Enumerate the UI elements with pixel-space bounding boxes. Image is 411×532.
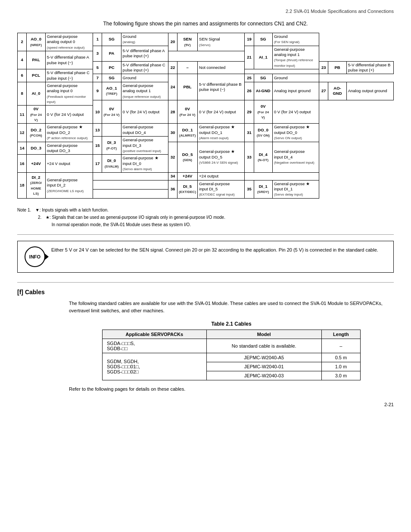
pin-2-num: 2: [18, 33, 27, 51]
pin-20-desc: SEN Signal(Servo): [198, 33, 245, 51]
pin-24-code: PBL: [177, 74, 198, 100]
pin-5-desc: 5-V differential phase C pulse input (+): [121, 61, 168, 74]
pin-32-num: 32: [168, 142, 177, 173]
pin-18-num: 18: [18, 173, 27, 198]
table-row: SGDA-□□□S,SGDB-□□ No standard cable is a…: [103, 339, 361, 353]
cables-section: [f] Cables The following standard cables…: [17, 289, 394, 393]
pin-23-code: PB: [328, 61, 346, 74]
pin-34-code: +24V: [177, 173, 198, 180]
pin-35-num: 35: [245, 180, 254, 198]
pin-8-code: AI_0: [27, 82, 46, 105]
cables-heading: [f] Cables: [17, 289, 394, 296]
pin-33-desc: General-purposeinput DI_4(Negative overt…: [272, 142, 319, 173]
pin-18-desc: General-purposeinput DI_2(ZERO/HOME LS i…: [45, 173, 93, 198]
pin-35-desc: General-purpose ★ input DI_1(Servo delay…: [272, 180, 319, 198]
pin-13-num: 13: [93, 124, 102, 137]
pin-27-desc: Analog output ground: [346, 82, 393, 100]
pin-9-num: 9: [93, 82, 102, 100]
pin-25-num: 25: [245, 74, 254, 82]
header-title: 2.2 SVA-01 Module Specifications and Con…: [286, 9, 394, 14]
pin-31-desc: General-purpose ★ output DO_0(Servo ON o…: [272, 124, 319, 142]
cell-servopacks-1: SGDA-□□□S,SGDB-□□: [103, 339, 207, 353]
pin-28-num: 28: [168, 100, 177, 124]
pin-23-desc: 5-V differential phase B pulse input (+): [346, 61, 393, 74]
cell-length-2: 0.5 m: [321, 353, 360, 362]
pin-16-code: +24V: [27, 155, 46, 173]
pin-36-num: 36: [168, 180, 177, 198]
notes-section: Note 1. ▼: Inputs signals with a latch f…: [17, 206, 394, 228]
pin-30-num: 30: [168, 124, 177, 142]
page-header: 2.2 SVA-01 Module Specifications and Con…: [17, 9, 394, 14]
cell-model-3: JEPMC-W2040-01: [206, 362, 321, 371]
cell-model-2: JEPMC-W2040-A5: [206, 353, 321, 362]
pin-empty: [93, 173, 168, 180]
pin-9-code: AO_1(TREF): [102, 82, 121, 100]
pin-1-num: 1: [93, 33, 102, 46]
pin-6-desc: 5-V differential phase C pulse input (−): [45, 69, 93, 82]
pin-35-code: DI_1(SRDY): [254, 180, 272, 198]
pin-7-desc: Ground: [121, 74, 168, 82]
pin-6-code: PCL: [27, 69, 46, 82]
pin-empty3: [93, 180, 168, 189]
page-number: 2-21: [17, 402, 394, 407]
pin-1-desc: Ground(analog): [121, 33, 168, 46]
cables-table-title: Table 2.1 Cables: [69, 321, 394, 327]
pin-1-code: SG: [102, 33, 121, 46]
pin-32-desc: General-purpose ★ output DO_5(VS866 24-V…: [198, 142, 245, 173]
info-badge: INFO: [25, 246, 45, 267]
pin-table-wrapper: 2 AO_0(NREF) General-purposeanalog outpu…: [17, 33, 394, 199]
pin-2-code: AO_0(NREF): [27, 33, 46, 51]
pin-14-desc: General-purposeoutput DO_3: [45, 142, 93, 155]
pin-11-code: 0V(For 24 V): [27, 106, 46, 124]
pin-7-num: 7: [93, 74, 102, 82]
info-text: Either 5 V or 24 V can be selected for t…: [51, 246, 378, 254]
pin-11-num: 11: [18, 106, 27, 124]
pin-18-code: DI_2(ZERO/HOME LS): [27, 173, 46, 198]
pin-13-code: [102, 124, 121, 137]
pin-3-num: 3: [93, 46, 102, 61]
pin-24-num: 24: [168, 74, 177, 100]
pin-21-code: AI_1: [254, 46, 272, 69]
section-divider-2: [17, 282, 394, 283]
pin-10-code: 0V(For 24 V): [102, 100, 121, 124]
pin-33-code: DI_4(N-OT): [254, 142, 272, 173]
pin-33-num: 33: [245, 142, 254, 173]
pin-5-code: PC: [102, 61, 121, 74]
pin-7-code: SG: [102, 74, 121, 82]
pin-17-num: 17: [93, 155, 102, 173]
pin-29-desc: 0 V (for 24 V) output: [272, 100, 319, 124]
pin-27-num: 27: [319, 82, 328, 100]
section-divider: [17, 234, 394, 235]
cell-length-3: 1.0 m: [321, 362, 360, 371]
pin-8-num: 8: [18, 82, 27, 105]
pin-36-desc: General-purposeinput DI_5(EXT/DEC signal…: [198, 180, 245, 198]
pin-28-desc: 0 V (for 24 V) output: [198, 100, 245, 124]
pin-4-code: PAL: [27, 51, 46, 69]
cables-table: Applicable SERVOPACKs Model Length SGDA-…: [102, 330, 361, 380]
pin-22-desc: Not connected: [198, 61, 245, 74]
info-box: INFO Either 5 V or 24 V can be selected …: [17, 241, 394, 273]
pin-26-code: AI-GND: [254, 82, 272, 100]
col-length: Length: [321, 330, 360, 339]
pin-23-num: 23: [319, 61, 328, 74]
pin-30-code: DO_1(ALMRST): [177, 124, 198, 142]
cell-servopacks-2: SGDM, SGDH,SGDS-□□□01□,SGDS-□□□02□: [103, 353, 207, 380]
pin-24-desc: 5-V differential phase B pulse input (−): [198, 74, 245, 100]
pin-29-code: 0V(For 24 V): [254, 100, 272, 124]
pin-25-desc: Ground: [272, 74, 319, 82]
pin-20-code: SEN(5V): [177, 33, 198, 51]
pin-5-num: 5: [93, 61, 102, 74]
pin-17-desc: General-purpose ★ input DI_0(Servo alarm…: [121, 155, 168, 173]
pin-22-num: 22: [168, 61, 177, 74]
pin-table: 2 AO_0(NREF) General-purposeanalog outpu…: [17, 33, 394, 199]
pin-27-code: AO-GND: [328, 82, 346, 100]
pin-32-code: DO_5(SEN): [177, 142, 198, 173]
pin-19-code: SG: [254, 33, 272, 46]
intro-text: The following figure shows the pin names…: [17, 21, 394, 27]
pin-8-desc: General-purposeanalog input 0(Feedback s…: [45, 82, 93, 105]
pin-36-code: DI_5(EXT/DEC): [177, 180, 198, 198]
pin-empty2: [245, 173, 319, 180]
pin-6-num: 6: [18, 69, 27, 82]
pin-30-desc: General-purpose ★ output DO_1(Alarm rese…: [198, 124, 245, 142]
col-model: Model: [206, 330, 321, 339]
